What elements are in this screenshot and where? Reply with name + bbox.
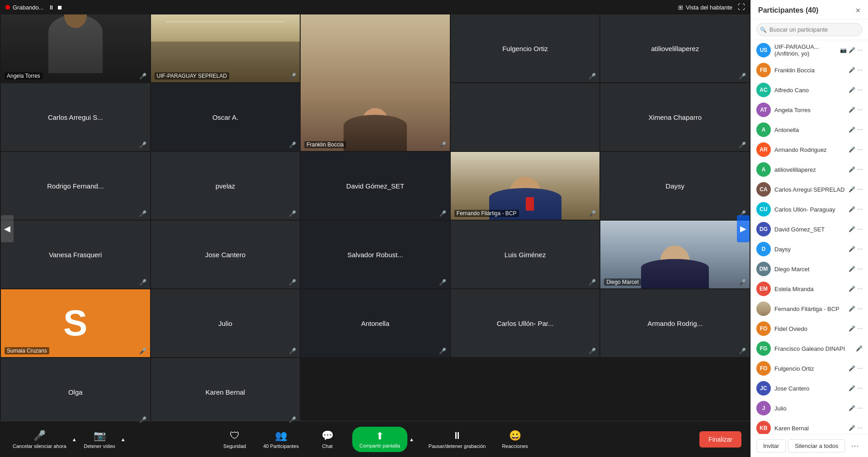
list-item[interactable]: DG David Gómez_SET 🎤 ⋯ (751, 219, 868, 239)
list-item[interactable]: FO Fidel Oviedo 🎤 ⋯ (751, 319, 868, 339)
participant-name: Daysy (774, 246, 845, 253)
participant-name: UIF-PARAGUA... (Anfitrión, yo) (774, 43, 836, 57)
video-cell-vanesa: Vanesa Frasqueri 🎤 (1, 221, 150, 288)
list-item[interactable]: FB Franklin Boccia 🎤 ⋯ (751, 60, 868, 80)
security-icon: 🛡 (230, 430, 240, 442)
video-cell-olga: Olga 🎤 (1, 358, 150, 426)
share-caret[interactable]: ▲ (407, 435, 416, 444)
pvelaz-mute-icon: 🎤 (289, 210, 296, 217)
sidebar-close-icon[interactable]: ✕ (855, 7, 861, 14)
participant-name: Francisco Galeano DINAPI (774, 345, 852, 352)
video-cell-david: David Gómez_SET 🎤 (301, 152, 450, 220)
list-item[interactable]: FG Francisco Galeano DINAPI 🎤 (751, 339, 868, 358)
video-cell-daysy: Daysy 🎤 (600, 152, 750, 220)
speaker-view-button[interactable]: ⊞ Vista del hablante (678, 4, 732, 11)
video-cell-fulgencio: Fulgencio Ortiz 🎤 (451, 14, 600, 82)
participant-icons: 🎤 ⋯ (849, 226, 863, 232)
video-cell-pvelaz: pvelaz 🎤 (151, 152, 300, 220)
video-caret[interactable]: ▲ (119, 435, 127, 444)
sidebar-search-area (751, 19, 868, 40)
more-icon: ⋯ (857, 306, 863, 312)
diego-mute-icon: 🎤 (739, 279, 746, 286)
fullscreen-button[interactable]: ⛶ (738, 3, 745, 11)
list-item[interactable]: A Antonella 🎤 ⋯ (751, 120, 868, 140)
pause-recording-icon[interactable]: ⏸ (48, 4, 54, 11)
next-page-arrow[interactable]: ▶ (737, 215, 750, 242)
mic-on-icon: 🎤 (849, 67, 855, 73)
participant-name: Carlos Ullón- Paraguay (774, 206, 845, 213)
security-button[interactable]: 🛡 Seguridad (219, 427, 250, 452)
list-item[interactable]: Fernando Filártiga - BCP 🎤 ⋯ (751, 299, 868, 319)
mic-muted-icon: 🎤 (849, 425, 855, 431)
mute-group: 🎤 Cancelar silenciar ahora ▲ (9, 427, 79, 452)
participant-icons: 🎤 ⋯ (849, 146, 863, 153)
list-item[interactable]: AC Alfredo Cano 🎤 ⋯ (751, 80, 868, 100)
stop-recording-icon[interactable]: ⏹ (57, 4, 63, 11)
list-item[interactable]: D Daysy 🎤 ⋯ (751, 239, 868, 259)
more-icon: ⋯ (857, 325, 863, 332)
participant-icons: 🎤 ⋯ (849, 425, 863, 431)
mute-button[interactable]: 🎤 Cancelar silenciar ahora (9, 427, 70, 452)
antonella-name: Antonella (361, 320, 390, 327)
oscar-name: Oscar A. (212, 113, 239, 121)
video-cell-salvador: Salvador Robust... 🎤 (301, 221, 450, 288)
mic-muted-icon: 🎤 (849, 166, 855, 173)
atilio-name: atiliovelillaperez (651, 45, 699, 52)
angela-mute-icon: 🎤 (139, 73, 146, 80)
list-item[interactable]: AR Armando Rodriguez 🎤 ⋯ (751, 140, 868, 160)
video-cell-carlos-u: Carlos Ullón- Par... 🎤 (451, 289, 600, 357)
mute-all-button[interactable]: Silenciar a todos (788, 439, 845, 452)
mute-caret[interactable]: ▲ (70, 435, 79, 444)
participant-name: Estela Miranda (774, 286, 845, 292)
end-button[interactable]: Finalizar (699, 431, 741, 448)
luis-name: Luis Giménez (505, 251, 546, 259)
participants-icon: 👥 (275, 430, 287, 442)
participant-name: Diego Marcet (774, 266, 845, 273)
list-item[interactable]: AT Angela Torres 🎤 ⋯ (751, 100, 868, 120)
participant-icons: 🎤 ⋯ (849, 266, 863, 272)
list-item[interactable]: US UIF-PARAGUA... (Anfitrión, yo) 📷 🎤 ⋯ (751, 40, 868, 60)
video-button[interactable]: 📷 Detener vídeo (80, 427, 119, 452)
list-item[interactable]: A atiliovelillaperez 🎤 ⋯ (751, 160, 868, 179)
list-item[interactable]: J Julio 🎤 ⋯ (751, 398, 868, 418)
list-item[interactable]: JC Jose Cantero 🎤 ⋯ (751, 378, 868, 398)
pause-recording-button[interactable]: ⏸ Pausar/detener grabación (425, 427, 490, 452)
speaker-view-icon: ⊞ (678, 4, 683, 11)
video-grid: Angela Torres 🎤 UIF-PARAGUAY SEPRELAD 🎤 … (0, 0, 750, 457)
more-icon: ⋯ (857, 186, 863, 193)
luis-mute-icon: 🎤 (589, 279, 596, 286)
list-item[interactable]: FO Fulgencio Ortiz 🎤 ⋯ (751, 358, 868, 378)
list-item[interactable]: CU Carlos Ullón- Paraguay 🎤 ⋯ (751, 199, 868, 219)
recording-indicator: Grabando... ⏸ ⏹ (5, 4, 63, 11)
more-icon: ⋯ (857, 226, 863, 232)
video-cell-atilio: atiliovelillaperez 🎤 (600, 14, 750, 82)
top-bar-right: ⊞ Vista del hablante ⛶ (678, 3, 745, 11)
more-icon: ⋯ (857, 425, 863, 431)
reactions-button[interactable]: 😀 Reacciones (498, 427, 531, 452)
salvador-name: Salvador Robust... (347, 251, 403, 259)
more-icon: ⋯ (857, 87, 863, 93)
mic-muted-icon: 🎤 (849, 186, 855, 193)
participant-icons: 🎤 ⋯ (849, 87, 863, 93)
more-icon: ⋯ (857, 47, 863, 53)
participant-icons: 🎤 ⋯ (849, 325, 863, 332)
search-input[interactable] (756, 23, 863, 36)
fernando-name-label: Fernando Filártiga - BCP (454, 210, 519, 217)
list-item[interactable]: KB Karen Bernal 🎤 ⋯ (751, 418, 868, 434)
participant-icons: 🎤 ⋯ (849, 246, 863, 252)
list-item[interactable]: DM Diego Marcet 🎤 ⋯ (751, 259, 868, 279)
chat-button[interactable]: 💬 Chat (311, 427, 343, 452)
more-options-button[interactable]: ⋯ (847, 439, 863, 452)
participant-icons: 🎤 ⋯ (849, 405, 863, 411)
participant-icons: 📷 🎤 ⋯ (840, 47, 863, 53)
top-bar-left: Grabando... ⏸ ⏹ (5, 4, 63, 11)
list-item[interactable]: EM Estela Miranda 🎤 ⋯ (751, 279, 868, 299)
mic-muted-icon: 🎤 (849, 206, 855, 212)
list-item[interactable]: CA Carlos Arregui SEPRELAD 🎤 ⋯ (751, 179, 868, 199)
more-icon: ⋯ (857, 166, 863, 173)
share-button[interactable]: ⬆ Compartir pantalla (352, 427, 407, 452)
participants-button[interactable]: 👥 40 Participantes (259, 427, 302, 452)
prev-page-arrow[interactable]: ◀ (1, 215, 14, 242)
invite-button[interactable]: Invitar (756, 439, 786, 452)
more-icon: ⋯ (857, 246, 863, 252)
